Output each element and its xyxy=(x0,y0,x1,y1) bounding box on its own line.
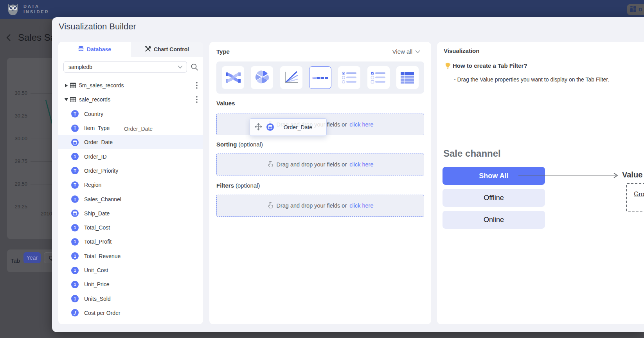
tree-item-order_priority[interactable]: TOrder_Priority xyxy=(58,164,203,178)
svg-text:Tab: Tab xyxy=(312,76,316,79)
tab-database-label: Database xyxy=(87,46,111,52)
date-field-icon xyxy=(266,123,274,131)
function-field-icon: ƒ xyxy=(71,309,79,316)
database-select[interactable]: sampledb xyxy=(63,61,187,73)
period-group-label: Tab xyxy=(11,257,20,264)
dropzone-click-here-link[interactable]: click here xyxy=(349,161,373,168)
tab-filter-online-button[interactable]: Online xyxy=(443,211,545,229)
drag-hand-icon xyxy=(267,161,274,169)
field-label: Order_Date xyxy=(84,139,113,145)
field-label: Order_Priority xyxy=(84,168,118,174)
builder-panel: Type View all xyxy=(209,42,431,324)
database-select-value: sampledb xyxy=(68,64,92,70)
number-field-icon: 1 xyxy=(71,153,79,160)
tree-item-total_revenue[interactable]: 1Total_Revenue xyxy=(58,249,203,263)
table-icon xyxy=(70,83,76,88)
number-field-icon: 1 xyxy=(71,281,79,288)
tab-filter-offline-button[interactable]: Offline xyxy=(443,189,545,207)
tree-item-unit_cost[interactable]: 1Unit_Cost xyxy=(58,263,203,277)
chevron-down-icon xyxy=(178,64,183,70)
chart-type-tab-filter[interactable]: Tab xyxy=(309,66,331,89)
caret-down-icon[interactable] xyxy=(63,98,69,101)
field-label: Order_ID xyxy=(84,154,107,160)
type-section-label: Type xyxy=(216,48,230,55)
tree-item-country[interactable]: TCountry xyxy=(58,107,203,121)
tab-database[interactable]: Database xyxy=(58,42,131,57)
field-label: Total_Revenue xyxy=(84,253,121,259)
dropzone-click-here-link[interactable]: click here xyxy=(349,202,373,209)
tree-item-order_id[interactable]: 1Order_ID xyxy=(58,149,203,163)
x-axis-tick: 2010 xyxy=(41,211,52,217)
tree-item-total_cost[interactable]: 1Total_Cost xyxy=(58,221,203,235)
text-field-icon: T xyxy=(71,181,79,189)
field-label: Ship_Date xyxy=(84,210,110,217)
text-field-icon: T xyxy=(71,110,79,117)
drag-source-label: Order_Date xyxy=(124,126,153,132)
tree-item-order_date[interactable]: Order_Date xyxy=(58,135,203,149)
chart-type-checkbox-list[interactable] xyxy=(367,66,390,89)
tab-chart-control[interactable]: Chart Control xyxy=(131,42,203,57)
search-icon[interactable] xyxy=(191,63,198,72)
chart-type-radio-list[interactable] xyxy=(338,66,360,89)
tree-item-total_profit[interactable]: 1Total_Profit xyxy=(58,235,203,249)
chart-type-strip: Tab xyxy=(216,61,424,94)
chart-type-sankey[interactable] xyxy=(222,66,244,89)
visualization-panel: Visualization How to create a Tab Filter… xyxy=(437,42,644,324)
field-label: Unit_Price xyxy=(84,281,110,287)
text-field-icon: T xyxy=(71,125,79,132)
modal-title: Visualization Builder xyxy=(59,22,136,32)
y-axis-tick: 30.50 xyxy=(7,90,27,96)
tree-item-cost_per_order[interactable]: ƒCost per Order xyxy=(58,306,203,320)
y-axis-tick: 29.25 xyxy=(7,204,27,210)
back-chevron-icon[interactable] xyxy=(5,33,13,43)
background-page-title: Sales Sa xyxy=(18,32,56,43)
number-field-icon: 1 xyxy=(71,252,79,260)
callout-group-link[interactable]: Group xyxy=(634,191,644,198)
tree-item-sales_channel[interactable]: TSales_Channel xyxy=(58,192,203,206)
move-icon xyxy=(255,123,262,132)
text-field-icon: T xyxy=(71,195,79,203)
y-axis-tick: 30.00 xyxy=(7,136,27,141)
field-label: Sales_Channel xyxy=(84,196,121,202)
tools-icon xyxy=(145,46,151,53)
text-field-icon: T xyxy=(71,167,79,174)
sorting-dropzone[interactable]: Drag and drop your fields or click here xyxy=(216,154,424,175)
tree-item-unit_price[interactable]: 1Unit_Price xyxy=(58,277,203,291)
callout-value-label: Value xyxy=(622,170,642,179)
table-label: 5m_sales_records xyxy=(79,82,124,89)
visualization-title: Visualization xyxy=(444,47,479,54)
number-field-icon: 1 xyxy=(71,238,79,246)
app-header: DATA INSIDER D xyxy=(0,0,644,19)
period-tab-year[interactable]: Year xyxy=(23,252,41,263)
dropzone-text: Drag and drop your fields or xyxy=(277,202,347,209)
field-label: Country xyxy=(84,111,103,117)
date-field-icon xyxy=(71,210,79,217)
y-axis-tick: 30.25 xyxy=(7,113,27,119)
dashboard-nav-button[interactable]: D xyxy=(627,4,644,15)
tree-item-sale_records[interactable]: sale_records xyxy=(58,92,203,107)
panel-tabs: Database Chart Control xyxy=(58,42,203,57)
tree-item-5m_sales_records[interactable]: 5m_sales_records xyxy=(58,78,203,92)
drag-ghost-label: Order_Date xyxy=(284,124,312,130)
values-section-label: Values xyxy=(216,100,235,107)
caret-right-icon[interactable] xyxy=(63,83,69,88)
y-axis-tick: 29.75 xyxy=(7,159,27,164)
drag-hand-icon xyxy=(267,202,274,210)
number-field-icon: 1 xyxy=(71,267,79,274)
more-options-icon[interactable] xyxy=(196,96,198,104)
field-label: Item_Type xyxy=(84,125,110,131)
tree-item-ship_date[interactable]: Ship_Date xyxy=(58,206,203,221)
filters-dropzone[interactable]: Drag and drop your fields or click here xyxy=(216,195,424,217)
chart-type-table[interactable] xyxy=(396,66,419,89)
hint-title: How to create a Tab Filter? xyxy=(453,62,527,69)
more-options-icon[interactable] xyxy=(196,82,198,90)
dropzone-click-here-link[interactable]: click here xyxy=(349,121,373,128)
tree-item-units_sold[interactable]: 1Units_Sold xyxy=(58,291,203,305)
chart-type-line[interactable] xyxy=(280,66,302,89)
chart-type-pie[interactable] xyxy=(251,66,273,89)
tree-item-region[interactable]: TRegion xyxy=(58,178,203,192)
field-label: Cost per Order xyxy=(84,310,121,316)
view-all-button[interactable]: View all xyxy=(392,48,420,55)
table-label: sale_records xyxy=(79,96,110,103)
tab-filter-show-all-button[interactable]: Show All xyxy=(443,167,545,185)
